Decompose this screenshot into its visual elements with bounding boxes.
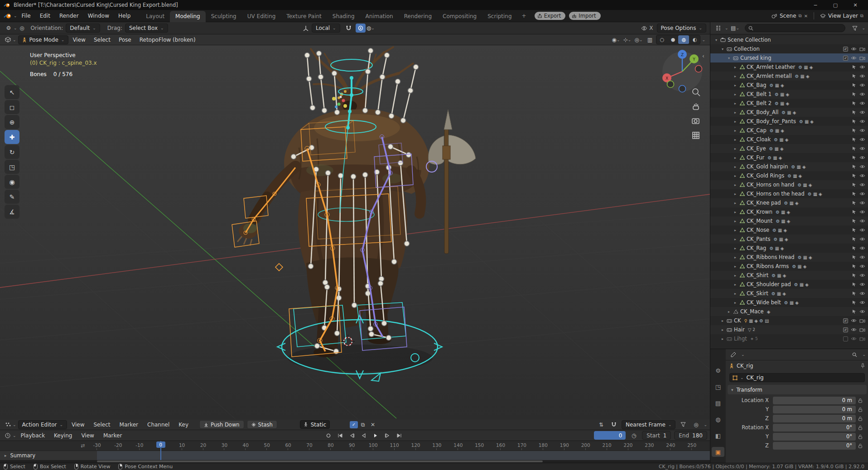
selectable-icon[interactable]	[852, 291, 857, 296]
modifier-icon[interactable]: ⚙	[781, 110, 786, 115]
object-name-label[interactable]: CK_Ribbons Hread	[747, 254, 795, 260]
show-objects-dropdown[interactable]: ◉⌄	[611, 35, 621, 44]
hide-viewport-icon[interactable]	[859, 246, 865, 250]
object-name-label[interactable]: CK_Body_All	[747, 109, 778, 115]
filter-icon[interactable]	[850, 24, 860, 33]
hide-viewport-icon[interactable]	[859, 228, 865, 232]
outliner-object-row[interactable]: ▸ CK_Shoulder pad ⚙ ▦ ◈	[710, 280, 868, 289]
object-name-label[interactable]: CK_Krown	[747, 209, 772, 215]
disable-render-icon[interactable]	[859, 47, 865, 51]
panzoom-icon[interactable]: ⇄	[81, 443, 85, 449]
sync-icon[interactable]: ⇅	[596, 420, 606, 429]
object-name-label[interactable]: CK_Armlet Leather	[747, 64, 795, 70]
filter-dropdown-icon[interactable]: ⌄	[862, 352, 866, 357]
shading-solid-button[interactable]: ●	[667, 35, 678, 44]
transform-value-field[interactable]: 0 m	[773, 415, 856, 422]
menu-item[interactable]: Edit	[35, 13, 55, 19]
expand-icon[interactable]: ▸	[732, 273, 738, 278]
outliner-object-row[interactable]: ▸ CK_Bag ⚙ ▦ ◈	[710, 81, 868, 90]
mesh-data-icon[interactable]: ▦	[813, 192, 817, 197]
selectable-icon[interactable]	[852, 300, 857, 305]
properties-editor-icon[interactable]	[728, 350, 738, 359]
hide-viewport-icon[interactable]	[859, 137, 865, 142]
mesh-data-icon[interactable]: ▦	[797, 264, 801, 269]
object-name-label[interactable]: CK_Cloak	[747, 136, 771, 143]
outliner-object-row[interactable]: ▸ CK_Mount ⚙ ▦ ◈	[710, 216, 868, 225]
action-name-value[interactable]: Static	[311, 422, 326, 428]
selectable-icon[interactable]	[852, 282, 857, 287]
object-name-label[interactable]: CK_Belt 2	[747, 100, 772, 106]
material-data-icon[interactable]: ◈	[786, 92, 789, 97]
hide-viewport-icon[interactable]	[851, 327, 857, 332]
selectable-icon[interactable]	[852, 128, 857, 133]
transform-value-field[interactable]: 0 m	[773, 406, 856, 413]
disable-render-icon[interactable]	[859, 319, 865, 323]
tab-tool[interactable]: ⚙	[712, 365, 724, 375]
expand-icon[interactable]: ▸	[732, 120, 738, 124]
minimize-button[interactable]: ─	[805, 2, 825, 8]
light-data-icon[interactable]: ✦	[750, 336, 754, 341]
chevron-down-icon[interactable]: ⌄	[13, 422, 16, 427]
hide-viewport-icon[interactable]	[859, 192, 865, 196]
mesh-data-icon[interactable]: ▦	[777, 273, 781, 278]
menu-item[interactable]: Help	[114, 13, 135, 19]
modifier-icon[interactable]: ⚙	[775, 92, 779, 97]
object-name-label[interactable]: CK_Shoulder pad	[747, 281, 791, 288]
outliner-scene-collection-row[interactable]: ▾ Scene Collection	[710, 35, 868, 44]
particles-icon[interactable]: ▽	[748, 327, 752, 332]
object-name-label[interactable]: CK_Cap	[747, 127, 767, 134]
outliner-mace-row[interactable]: ▸ CK_Mace ◈	[710, 307, 868, 316]
data-icon[interactable]: ▤	[765, 318, 769, 323]
mesh-data-icon[interactable]: ▦	[800, 282, 804, 287]
tool-annotate[interactable]: ✎	[5, 190, 19, 204]
object-name-value[interactable]: CK_rig	[747, 374, 764, 381]
selectable-icon[interactable]	[852, 65, 857, 69]
collection-label[interactable]: Hair	[734, 326, 745, 333]
tool-cursor[interactable]: ⊕	[5, 115, 19, 129]
modifier-icon[interactable]: ⚙	[770, 83, 774, 88]
modifier-icon[interactable]: ⚙	[767, 155, 772, 160]
lock-icon[interactable]	[856, 407, 865, 412]
modifier-icon[interactable]: ⚙	[787, 173, 791, 178]
selectable-icon[interactable]	[852, 210, 857, 214]
outliner-light-row[interactable]: ▸ Lihgt ✦ 5 ✓	[710, 334, 868, 343]
modifier-icon[interactable]: ⚙	[772, 273, 776, 278]
expand-icon[interactable]: ▸	[5, 453, 7, 458]
mesh-data-icon[interactable]: ▦	[775, 246, 779, 251]
unlink-scene-icon[interactable]: ✕	[804, 14, 808, 19]
proportional-falloff-dropdown[interactable]: ◍⌄	[366, 24, 376, 33]
summary-channel[interactable]: ▸ Summary	[0, 451, 97, 460]
object-name-label[interactable]: CK_Rag	[747, 245, 766, 251]
shading-material-button[interactable]: ◍	[678, 35, 689, 44]
outliner-object-row[interactable]: ▸ CK_Pants ⚙ ▦ ◈	[710, 235, 868, 244]
selectable-icon[interactable]	[852, 101, 857, 106]
outliner-object-row[interactable]: ▸ CK_Ribons Arms ⚙ ▦ ◈	[710, 262, 868, 271]
selectable-icon[interactable]	[852, 255, 857, 259]
hide-viewport-icon[interactable]	[859, 155, 865, 160]
material-data-icon[interactable]: ◈	[781, 246, 784, 251]
drag-dropdown[interactable]: Select Box⌄	[125, 24, 168, 33]
object-name-label[interactable]: CK_Horns on the head	[747, 191, 805, 197]
expand-icon[interactable]: ▸	[732, 110, 738, 115]
dopesheet-editor-icon[interactable]	[3, 420, 13, 429]
summary-lane[interactable]	[97, 451, 710, 460]
expand-icon[interactable]: ▸	[732, 65, 738, 69]
modifier-icon[interactable]: ⚙	[775, 101, 779, 106]
expand-icon[interactable]: ▸	[732, 174, 738, 178]
collapse-icon[interactable]: ▾	[719, 47, 726, 51]
selectable-icon[interactable]	[852, 164, 857, 169]
expand-icon[interactable]: ▸	[719, 319, 726, 323]
expand-icon[interactable]: ▸	[732, 228, 738, 232]
lock-icon[interactable]	[856, 443, 865, 448]
outliner-cursed-king-row[interactable]: ▾ Cursed king ✓	[710, 53, 868, 62]
mesh-data-icon[interactable]: ▦	[790, 300, 794, 305]
outliner-object-row[interactable]: ▸ CK_Skirt ⚙ ▦ ◈	[710, 289, 868, 298]
expand-icon[interactable]: ▸	[732, 219, 738, 223]
hide-viewport-icon[interactable]	[851, 318, 857, 323]
disable-render-icon[interactable]	[859, 56, 865, 60]
workspace-tab[interactable]: Rendering	[399, 11, 437, 22]
expand-icon[interactable]: ▸	[732, 183, 738, 187]
tool-transform[interactable]: ◉	[5, 175, 19, 189]
material-data-icon[interactable]: ◈	[787, 219, 791, 224]
selectable-icon[interactable]	[852, 182, 857, 187]
